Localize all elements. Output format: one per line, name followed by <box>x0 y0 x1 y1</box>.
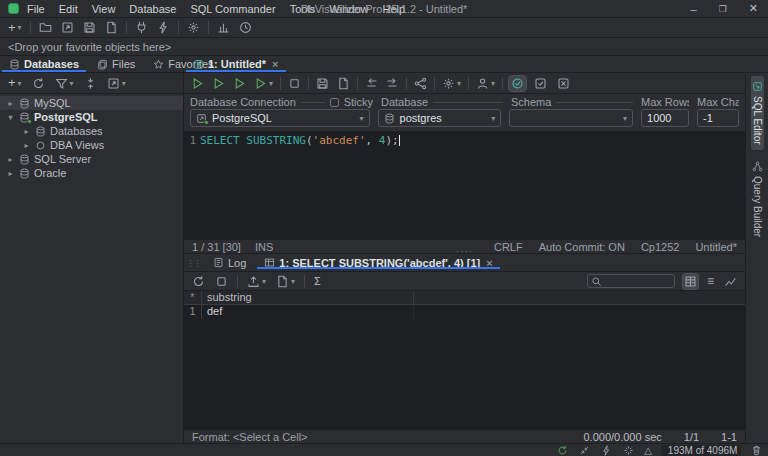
sticky-checkbox[interactable] <box>330 98 339 107</box>
settings-gear-button[interactable] <box>186 20 201 35</box>
connection-select[interactable]: PostgreSQL ▾ <box>190 109 370 127</box>
collapse-all-button[interactable] <box>83 76 98 91</box>
execute-current-button[interactable] <box>211 76 226 91</box>
stop-button[interactable] <box>287 76 302 91</box>
collapse-arrow-icon[interactable]: ▾ <box>6 113 15 122</box>
window-title: DbVisualizer Pro 25.1.2 - Untitled* <box>301 3 468 15</box>
shrink-arrows-icon[interactable] <box>578 444 591 456</box>
execute-explain-button[interactable]: ▾ <box>253 76 274 91</box>
close-button[interactable]: ✕ <box>749 2 758 15</box>
close-tab-icon[interactable]: × <box>272 58 278 70</box>
save-script-button[interactable] <box>315 76 330 91</box>
open-folder-button[interactable] <box>38 20 53 35</box>
result-search-input[interactable] <box>605 276 671 287</box>
export-result-button[interactable]: ▾ <box>246 274 267 289</box>
text-caret <box>399 135 400 146</box>
sync-status-icon[interactable] <box>556 444 569 456</box>
menu-database[interactable]: Database <box>129 3 176 15</box>
sidebar-tab-files[interactable]: Files <box>88 56 144 72</box>
execution-time: 0.000/0.000 sec <box>584 431 662 443</box>
rollback-button[interactable] <box>555 76 572 91</box>
tab-label: Files <box>112 58 135 70</box>
sql-code-editor[interactable]: 1 SELECT SUBSTRING('abcdef', 4); <box>184 132 745 239</box>
load-sql-button[interactable] <box>364 76 379 91</box>
history-clock-button[interactable] <box>238 20 253 35</box>
database-value: postgres <box>400 112 442 124</box>
line-ending[interactable]: CRLF <box>494 241 523 253</box>
execute-button[interactable] <box>190 76 205 91</box>
open-in-window-button[interactable]: ▾ <box>106 76 127 91</box>
chart-view-button[interactable] <box>723 274 738 289</box>
menu-edit[interactable]: Edit <box>59 3 78 15</box>
favorites-drop-bar[interactable]: <Drop your favorite objects here> <box>0 38 768 56</box>
gc-trash-icon[interactable] <box>750 444 763 456</box>
expand-arrow-icon[interactable]: ▸ <box>6 169 15 178</box>
add-connection-button[interactable]: +▾ <box>7 77 23 89</box>
schema-select[interactable]: ▾ <box>509 109 633 127</box>
tree-node-mysql[interactable]: ▸ MySQL <box>0 96 183 110</box>
vtab-query-builder[interactable]: Query Builder <box>751 156 764 242</box>
memory-indicator[interactable]: 193M of 4096M <box>661 445 741 456</box>
encoding[interactable]: Cp1252 <box>641 241 680 253</box>
tree-node-sql-server[interactable]: ▸ SQL Server <box>0 152 183 166</box>
grid-cell[interactable]: def <box>202 305 414 319</box>
execute-buffer-button[interactable] <box>232 76 247 91</box>
aggregate-sigma-button[interactable]: Σ <box>313 274 322 288</box>
save-script-as-button[interactable] <box>336 76 351 91</box>
tree-node-postgresql[interactable]: ▾ PostgreSQL <box>0 110 183 124</box>
max-rows-input[interactable] <box>641 109 689 127</box>
document-name: Untitled* <box>695 241 737 253</box>
database-select[interactable]: postgres ▾ <box>378 109 502 127</box>
new-object-button[interactable]: +▾ <box>7 22 23 34</box>
auto-commit-status[interactable]: Auto Commit: ON <box>539 241 625 253</box>
expand-arrow-icon[interactable]: ▸ <box>22 127 31 136</box>
result-set-tab[interactable]: 1: SELECT SUBSTRING('abcdef', 4) [1] × <box>255 257 501 269</box>
log-tab[interactable]: Log <box>204 257 255 269</box>
client-session-button[interactable]: ▾ <box>475 76 496 91</box>
expand-arrow-icon[interactable]: ▸ <box>22 141 31 150</box>
result-format-button[interactable]: ▾ <box>275 274 296 289</box>
splitter-handle[interactable]: ···· <box>456 246 473 257</box>
tree-node-oracle[interactable]: ▸ Oracle <box>0 166 183 180</box>
memory-text: 193M of 4096M <box>668 445 738 456</box>
lightning-icon[interactable] <box>600 444 613 456</box>
monitor-levels-button[interactable] <box>216 20 231 35</box>
expand-arrow-icon[interactable]: ▸ <box>6 155 15 164</box>
stop-result-button[interactable] <box>214 274 229 289</box>
grid-corner[interactable]: * <box>184 291 202 304</box>
import-bookmark-button[interactable] <box>60 20 75 35</box>
menu-view[interactable]: View <box>92 3 116 15</box>
refresh-tree-button[interactable] <box>31 76 46 91</box>
minimize-button[interactable]: – <box>691 3 697 15</box>
save-as-button[interactable] <box>104 20 119 35</box>
save-button[interactable] <box>82 20 97 35</box>
share-branch-button[interactable] <box>413 76 428 91</box>
rerun-query-button[interactable] <box>191 274 206 289</box>
sidebar-tab-databases[interactable]: Databases <box>0 56 88 72</box>
format-selector[interactable]: Format: <Select a Cell> <box>192 431 308 443</box>
connect-button[interactable] <box>134 20 149 35</box>
panel-grip[interactable]: ⋮⋮ <box>184 258 204 268</box>
commit-button[interactable] <box>532 76 549 91</box>
expand-arrow-icon[interactable]: ▸ <box>6 99 15 108</box>
menu-sql-commander[interactable]: SQL Commander <box>190 3 275 15</box>
close-tab-icon[interactable]: × <box>486 257 492 269</box>
tree-node-dba-views[interactable]: ▸ DBA Views <box>0 138 183 152</box>
warning-triangle-icon[interactable]: △ <box>644 445 652 456</box>
editor-settings-button[interactable]: ▾ <box>441 76 462 91</box>
editor-tab-untitled[interactable]: 1: Untitled* × <box>184 56 288 72</box>
menu-file[interactable]: File <box>27 3 45 15</box>
max-chars-input[interactable] <box>697 109 739 127</box>
auto-commit-toggle[interactable] <box>509 76 526 91</box>
filter-funnel-button[interactable]: ▾ <box>54 76 75 91</box>
tree-node-databases[interactable]: ▸ Databases <box>0 124 183 138</box>
row-number[interactable]: 1 <box>184 305 202 319</box>
driver-manager-button[interactable] <box>156 20 171 35</box>
maximize-button[interactable]: ❐ <box>719 4 727 14</box>
export-sql-button[interactable] <box>385 76 400 91</box>
grid-view-button[interactable] <box>683 274 698 289</box>
caret-position: 1 / 31 [30] <box>192 241 241 253</box>
vtab-sql-editor[interactable]: SQL Editor <box>751 76 764 150</box>
column-header-substring[interactable]: substring <box>202 291 414 304</box>
text-view-button[interactable]: ≡ <box>706 273 715 289</box>
